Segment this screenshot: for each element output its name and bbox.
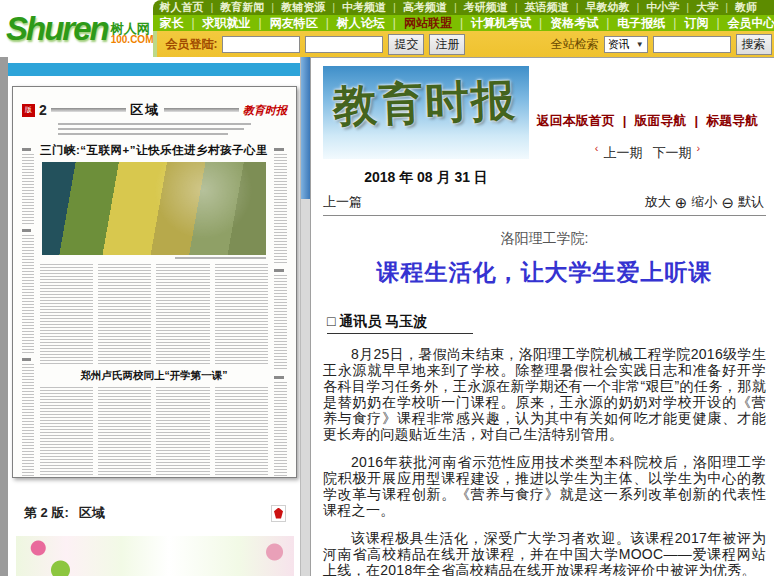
newspaper-photo xyxy=(42,162,266,255)
page-info-row: 第 2 版: 区域 xyxy=(24,504,286,522)
top-nav-link[interactable]: 网站联盟 xyxy=(385,15,452,31)
byline-text: □ 通讯员 马玉波 xyxy=(327,313,473,334)
top-nav-link[interactable]: 教师 xyxy=(718,0,757,15)
left-gutter xyxy=(0,57,8,576)
newspaper-page-thumbnail[interactable]: 版 2 区域 教育时报 三门峡:“互联网+”让快乐住进乡村孩子心里 xyxy=(12,86,297,478)
search-button[interactable]: 搜索 xyxy=(736,34,772,55)
top-nav-link[interactable]: 中小学 xyxy=(630,0,680,15)
top-nav-link[interactable]: 网友特区 xyxy=(251,15,318,31)
top-nav-link[interactable]: 电子报纸 xyxy=(598,15,665,31)
password-input[interactable] xyxy=(305,36,383,53)
top-nav-link[interactable]: 会员中心 xyxy=(708,15,774,31)
site-header: Shuren 树人网 100.COM 树人首页教育新闻教辅资源中考频道高考频道考… xyxy=(0,0,774,57)
article-kicker: 洛阳理工学院: xyxy=(323,230,766,248)
top-nav-link[interactable]: 高考频道 xyxy=(386,0,447,15)
article-title: 课程生活化，让大学生爱上听课 xyxy=(323,257,766,288)
newspaper-masthead: 教育时报 xyxy=(243,103,287,118)
search-input[interactable] xyxy=(653,36,731,53)
zoom-default-label[interactable]: 默认 xyxy=(738,193,764,211)
page-seal-icon: 版 xyxy=(22,104,35,117)
search-category-select[interactable]: 资讯 ▼ xyxy=(604,36,648,53)
issue-nav-link[interactable]: 返回本版首页 xyxy=(537,113,615,128)
preview-top-bar xyxy=(8,63,300,76)
search-category-value: 资讯 xyxy=(608,37,630,52)
top-nav-link[interactable]: 考研频道 xyxy=(447,0,508,15)
issue-nav-link[interactable]: 版面导航 xyxy=(615,113,687,128)
paragraph: 该课程极具生活化，深受广大学习者欢迎。该课程2017年被评为河南省高校精品在线开… xyxy=(323,530,766,576)
masthead-row: 教育时报 2018 年 08 月 31 日 返回本版首页版面导航标题导航 ‹上一… xyxy=(323,66,766,187)
top-nav-row2: 家长求职就业网友特区树人论坛网站联盟计算机考试资格考试电子报纸订阅会员中心 xyxy=(153,15,774,31)
issue-date: 2018 年 08 月 31 日 xyxy=(323,169,529,187)
top-nav-link[interactable]: 早教幼教 xyxy=(569,0,630,15)
zoom-out-label[interactable]: 缩小 xyxy=(691,193,717,211)
top-nav-link[interactable]: 英语频道 xyxy=(508,0,569,15)
login-bar: 会员登陆: 提交 注册 全站检索 资讯 ▼ 搜索 xyxy=(153,31,774,57)
pdf-icon[interactable] xyxy=(271,505,286,522)
top-nav-link[interactable]: 树人论坛 xyxy=(318,15,385,31)
top-nav-link[interactable]: 求职就业 xyxy=(183,15,250,31)
newspaper-left-column xyxy=(22,143,34,478)
top-nav-link[interactable]: 计算机考试 xyxy=(452,15,531,31)
article-panel: 教育时报 2018 年 08 月 31 日 返回本版首页版面导航标题导航 ‹上一… xyxy=(310,57,774,576)
top-nav-link[interactable]: 教辅资源 xyxy=(264,0,325,15)
login-label: 会员登陆: xyxy=(165,36,217,53)
login-submit-button[interactable]: 提交 xyxy=(388,34,424,55)
next-issue-icon: › xyxy=(697,142,701,154)
article-toolbar: 上一篇 放大 ⊕ 缩小 ⊖ 默认 xyxy=(323,187,766,216)
page-number-label: 第 2 版: xyxy=(24,504,69,522)
register-button[interactable]: 注册 xyxy=(429,34,465,55)
main-area: 版 2 区域 教育时报 三门峡:“互联网+”让快乐住进乡村孩子心里 xyxy=(0,57,774,576)
newspaper-text-columns xyxy=(40,264,268,364)
newspaper-page-number: 2 xyxy=(39,102,47,118)
header-right: 树人首页教育新闻教辅资源中考频道高考频道考研频道英语频道早教幼教中小学大学教师 … xyxy=(153,0,774,57)
newspaper-banner-image: 教育时报 xyxy=(323,66,529,159)
newspaper-section-title: 区域 xyxy=(130,101,160,119)
logo-text-cn: 树人网 100.COM xyxy=(111,12,154,45)
newspaper-center-column: 三门峡:“互联网+”让快乐住进乡村孩子心里 郑州卢氏两校同上“开学第一课” xyxy=(40,143,268,478)
search-label: 全站检索 xyxy=(551,36,599,53)
page-preview-panel: 版 2 区域 教育时报 三门峡:“互联网+”让快乐住进乡村孩子心里 xyxy=(8,57,300,576)
newspaper-headline-2[interactable]: 郑州卢氏两校同上“开学第一课” xyxy=(40,369,268,383)
prev-issue-icon: ‹ xyxy=(595,142,599,154)
banner-calligraphy: 教育时报 xyxy=(332,71,518,136)
logo-domain: 100.COM xyxy=(111,35,154,45)
preview-scrollbar[interactable] xyxy=(300,57,310,576)
scrollbar-thumb[interactable] xyxy=(301,57,310,199)
chevron-down-icon: ▼ xyxy=(636,40,644,49)
ad-banner[interactable] xyxy=(16,536,294,576)
article-byline: □ 通讯员 马玉波 xyxy=(327,312,766,334)
page-section-label: 区域 xyxy=(79,504,105,522)
top-nav-link[interactable]: 教育新闻 xyxy=(203,0,264,15)
newspaper-headline-1[interactable]: 三门峡:“互联网+”让快乐住进乡村孩子心里 xyxy=(40,143,268,158)
site-search: 全站检索 资讯 ▼ 搜索 xyxy=(551,34,772,55)
zoom-out-icon[interactable]: ⊖ xyxy=(721,195,734,210)
newspaper-header: 版 2 区域 教育时报 xyxy=(22,101,287,119)
username-input[interactable] xyxy=(222,36,300,53)
issue-nav-link[interactable]: 标题导航 xyxy=(687,113,759,128)
logo-text-en: Shuren xyxy=(6,10,108,48)
masthead-column: 教育时报 2018 年 08 月 31 日 xyxy=(323,66,529,187)
newspaper-text-columns xyxy=(40,387,268,478)
top-nav-link[interactable]: 资格考试 xyxy=(531,15,598,31)
zoom-in-label[interactable]: 放大 xyxy=(645,193,671,211)
site-logo[interactable]: Shuren 树人网 100.COM xyxy=(0,0,153,57)
newspaper-right-column xyxy=(274,143,287,478)
issue-pager: ‹上一期下一期› xyxy=(529,142,766,162)
article-body: 8月25日，暑假尚未结束，洛阳理工学院机械工程学院2016级学生王永源就早早地来… xyxy=(323,346,766,576)
zoom-in-icon[interactable]: ⊕ xyxy=(675,195,688,210)
top-nav-link[interactable]: 中考频道 xyxy=(325,0,386,15)
issue-nav-links: 返回本版首页版面导航标题导航 xyxy=(529,112,766,130)
top-nav-row1: 树人首页教育新闻教辅资源中考频道高考频道考研频道英语频道早教幼教中小学大学教师 xyxy=(153,0,774,15)
issue-navigation: 返回本版首页版面导航标题导航 ‹上一期下一期› xyxy=(529,66,766,187)
top-nav-link[interactable]: 树人首页 xyxy=(159,0,203,15)
prev-article-link[interactable]: 上一篇 xyxy=(323,193,362,211)
next-issue-link[interactable]: 下一期 xyxy=(653,145,692,160)
top-nav-link[interactable]: 订阅 xyxy=(665,15,708,31)
newspaper-summary-lines xyxy=(58,123,252,135)
newspaper-body: 三门峡:“互联网+”让快乐住进乡村孩子心里 郑州卢氏两校同上“开学第一课” xyxy=(20,143,289,478)
top-nav-link[interactable]: 家长 xyxy=(159,15,183,31)
top-nav-link[interactable]: 大学 xyxy=(679,0,718,15)
prev-issue-link[interactable]: 上一期 xyxy=(604,145,643,160)
paragraph: 8月25日，暑假尚未结束，洛阳理工学院机械工程学院2016级学生王永源就早早地来… xyxy=(323,346,766,442)
paragraph: 2016年获批河南省示范性应用技术类型本科院校后，洛阳理工学院积极开展应用型课程… xyxy=(323,454,766,518)
